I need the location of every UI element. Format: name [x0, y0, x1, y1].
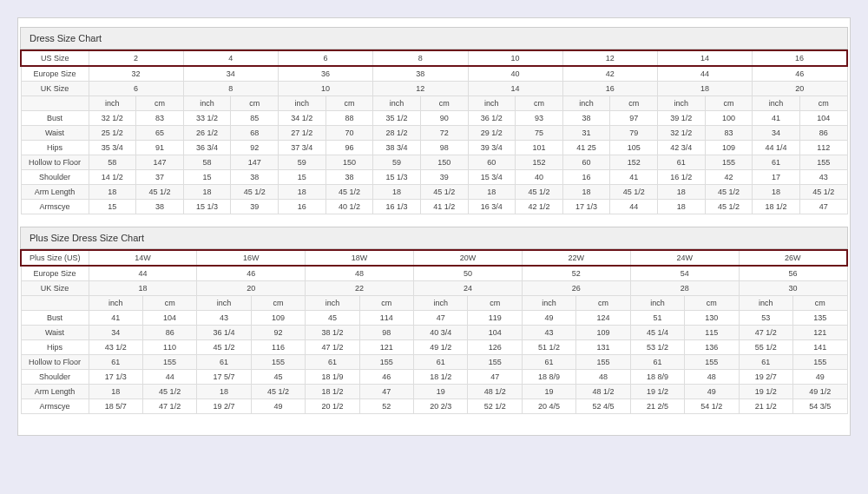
size-header: 4: [183, 50, 278, 66]
measurement-value: 16: [562, 170, 610, 185]
measurement-value: 21 2/5: [630, 399, 684, 414]
measurement-value: 49 1/2: [792, 385, 847, 399]
measurement-value: 27 1/2: [279, 126, 326, 141]
measurement-value: 72: [420, 126, 468, 141]
measurement-value: 15: [279, 170, 326, 185]
measurement-value: 48: [576, 370, 630, 385]
measurement-value: 147: [231, 155, 279, 170]
measurement-value: 17 1/3: [562, 200, 610, 214]
measurement-value: 45: [251, 370, 305, 385]
row-label: Plus Size (US): [21, 250, 89, 266]
measurement-value: 18: [468, 185, 516, 200]
measurement-value: 83: [136, 111, 184, 126]
measurement-value: 52 1/2: [468, 399, 522, 414]
measurement-value: 109: [576, 326, 630, 340]
unit-header: inch: [522, 296, 575, 311]
measurement-value: 155: [576, 355, 630, 370]
measurement-value: 79: [610, 126, 658, 141]
measurement-value: 18: [197, 385, 251, 399]
size-value: 50: [414, 266, 523, 281]
measurement-value: 19 2/7: [197, 399, 251, 414]
size-value: 20: [753, 82, 847, 96]
measurement-value: 40: [516, 170, 563, 185]
measurement-row: Shoulder17 1/34417 5/74518 1/94618 1/247…: [21, 370, 847, 385]
measurement-value: 155: [251, 355, 305, 370]
measurement-value: 91: [136, 141, 184, 155]
measurement-value: 47: [414, 311, 468, 326]
measurement-value: 61: [658, 155, 706, 170]
measurement-value: 92: [231, 141, 279, 155]
measurement-value: 45 1/4: [630, 326, 684, 340]
measurement-value: 34: [753, 126, 800, 141]
unit-header: inch: [373, 96, 421, 111]
measurement-value: 61: [630, 355, 684, 370]
row-label: Hollow to Floor: [21, 155, 89, 170]
size-header: 10: [468, 50, 562, 66]
size-value: 40: [468, 66, 562, 82]
measurement-value: 45 1/2: [705, 200, 753, 214]
size-header: 20W: [414, 250, 523, 266]
measurement-value: 47: [359, 385, 413, 399]
size-value: 10: [279, 82, 373, 96]
measurement-value: 17 5/7: [197, 370, 251, 385]
measurement-row: Hollow to Floor5814758147591505915060152…: [21, 155, 847, 170]
measurement-value: 42 3/4: [658, 141, 706, 155]
measurement-value: 155: [142, 355, 196, 370]
measurement-row: Hollow to Floor6115561155611556115561155…: [21, 355, 847, 370]
measurement-value: 15 1/3: [183, 200, 231, 214]
measurement-row: Shoulder14 1/2371538153815 1/33915 3/440…: [21, 170, 847, 185]
measurement-value: 46: [359, 370, 413, 385]
measurement-value: 20 1/2: [306, 399, 359, 414]
size-value: 44: [658, 66, 753, 82]
measurement-value: 121: [792, 326, 847, 340]
size-row: Europe Size3234363840424446: [21, 66, 847, 82]
measurement-value: 61: [739, 355, 792, 370]
measurement-value: 43: [799, 170, 847, 185]
measurement-value: 35 3/4: [89, 141, 136, 155]
measurement-value: 41: [89, 311, 142, 326]
row-label: Shoulder: [21, 370, 89, 385]
unit-header: inch: [89, 96, 136, 111]
measurement-value: 109: [705, 141, 753, 155]
measurement-value: 20 4/5: [522, 399, 575, 414]
measurement-value: 31: [562, 126, 610, 141]
measurement-value: 51 1/2: [522, 340, 575, 355]
measurement-row: Hips35 3/49136 3/49237 3/49638 3/49839 3…: [21, 141, 847, 155]
size-row: UK Size68101214161820: [21, 82, 847, 96]
measurement-value: 60: [562, 155, 610, 170]
measurement-value: 61: [306, 355, 359, 370]
measurement-row: Arm Length1845 1/21845 1/21845 1/21845 1…: [21, 185, 847, 200]
measurement-value: 18 8/9: [522, 370, 575, 385]
size-value: 34: [183, 66, 278, 82]
measurement-value: 90: [420, 111, 468, 126]
unit-header: inch: [658, 96, 706, 111]
measurement-value: 155: [468, 355, 522, 370]
measurement-value: 40 1/2: [326, 200, 373, 214]
unit-header: inch: [562, 96, 610, 111]
measurement-value: 47 1/2: [739, 326, 792, 340]
measurement-value: 44: [610, 200, 658, 214]
size-value: 48: [306, 266, 414, 281]
measurement-value: 36 3/4: [183, 141, 231, 155]
measurement-value: 18: [562, 185, 610, 200]
unit-header: cm: [705, 96, 753, 111]
measurement-row: Armscye18 5/747 1/219 2/74920 1/25220 2/…: [21, 399, 847, 414]
measurement-value: 15: [183, 170, 231, 185]
measurement-value: 54 3/5: [792, 399, 847, 414]
unit-header: inch: [739, 296, 792, 311]
measurement-value: 61: [414, 355, 468, 370]
row-label: [21, 296, 89, 311]
unit-header: cm: [792, 296, 847, 311]
measurement-value: 51: [630, 311, 684, 326]
measurement-value: 119: [468, 311, 522, 326]
measurement-value: 61: [89, 355, 142, 370]
measurement-value: 96: [326, 141, 373, 155]
unit-header: inch: [630, 296, 684, 311]
measurement-value: 68: [231, 126, 279, 141]
measurement-value: 47 1/2: [142, 399, 196, 414]
unit-header: inch: [279, 96, 326, 111]
measurement-value: 43: [522, 326, 575, 340]
measurement-value: 18: [89, 185, 136, 200]
measurement-value: 130: [685, 311, 739, 326]
measurement-value: 18 1/9: [306, 370, 359, 385]
